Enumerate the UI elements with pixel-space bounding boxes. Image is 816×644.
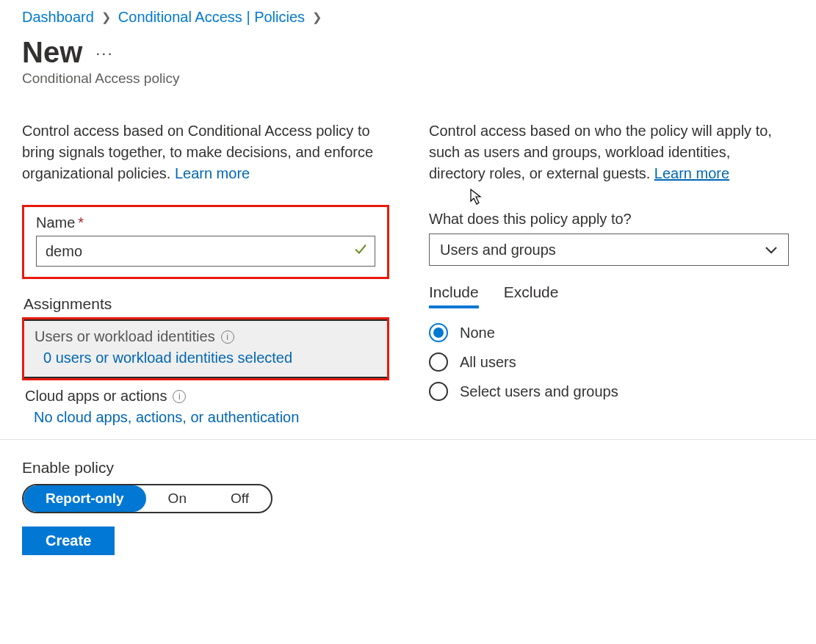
radio-select-users-label: Select users and groups bbox=[460, 383, 618, 400]
apply-to-value: Users and groups bbox=[440, 242, 556, 258]
cloud-apps-value[interactable]: No cloud apps, actions, or authenticatio… bbox=[25, 409, 386, 426]
segment-report-only[interactable]: Report-only bbox=[24, 485, 146, 512]
name-field-highlight: Name * bbox=[22, 205, 389, 279]
tab-exclude[interactable]: Exclude bbox=[504, 283, 559, 308]
assignments-heading: Assignments bbox=[24, 295, 389, 313]
radio-icon bbox=[429, 382, 448, 401]
users-identities-label: Users or workload identities bbox=[35, 328, 215, 345]
radio-all-users-label: All users bbox=[460, 354, 516, 371]
apply-to-select[interactable]: Users and groups bbox=[429, 234, 789, 266]
chevron-right-icon: ❯ bbox=[312, 10, 322, 24]
checkmark-icon bbox=[353, 242, 368, 261]
radio-all-users[interactable]: All users bbox=[429, 352, 789, 372]
users-identities-value[interactable]: 0 users or workload identities selected bbox=[35, 350, 377, 366]
breadcrumb-conditional-access[interactable]: Conditional Access | Policies bbox=[118, 9, 305, 26]
cloud-apps-label: Cloud apps or actions bbox=[25, 388, 167, 405]
more-actions-button[interactable]: ··· bbox=[95, 44, 113, 63]
name-label: Name * bbox=[36, 214, 375, 231]
cloud-apps-row[interactable]: Cloud apps or actions i No cloud apps, a… bbox=[22, 380, 389, 433]
enable-policy-label: Enable policy bbox=[22, 459, 794, 477]
chevron-right-icon: ❯ bbox=[101, 10, 111, 24]
cursor-icon bbox=[466, 188, 483, 209]
learn-more-link[interactable]: Learn more bbox=[654, 165, 729, 181]
tab-include[interactable]: Include bbox=[429, 283, 479, 308]
info-icon[interactable]: i bbox=[173, 390, 186, 403]
radio-icon bbox=[429, 352, 448, 372]
assignments-highlight: Users or workload identities i 0 users o… bbox=[22, 317, 389, 380]
radio-icon bbox=[429, 323, 448, 342]
radio-none[interactable]: None bbox=[429, 323, 789, 342]
enable-policy-toggle: Report-only On Off bbox=[22, 484, 272, 513]
learn-more-link[interactable]: Learn more bbox=[175, 165, 250, 181]
right-description: Control access based on who the policy w… bbox=[429, 120, 789, 184]
breadcrumb: Dashboard ❯ Conditional Access | Policie… bbox=[22, 9, 794, 26]
segment-off[interactable]: Off bbox=[209, 485, 271, 512]
radio-none-label: None bbox=[460, 325, 495, 341]
apply-to-label: What does this policy apply to? bbox=[429, 211, 789, 228]
users-identities-row[interactable]: Users or workload identities i 0 users o… bbox=[24, 319, 387, 378]
info-icon[interactable]: i bbox=[221, 330, 234, 344]
required-asterisk-icon: * bbox=[78, 214, 84, 231]
left-description: Control access based on Conditional Acce… bbox=[22, 120, 389, 184]
chevron-down-icon bbox=[765, 242, 778, 258]
radio-select-users[interactable]: Select users and groups bbox=[429, 382, 789, 401]
policy-name-input[interactable] bbox=[36, 236, 375, 267]
breadcrumb-dashboard[interactable]: Dashboard bbox=[22, 9, 94, 26]
create-button[interactable]: Create bbox=[22, 527, 115, 555]
page-title: New bbox=[22, 36, 82, 69]
segment-on[interactable]: On bbox=[146, 485, 209, 512]
page-subtitle: Conditional Access policy bbox=[22, 70, 794, 87]
